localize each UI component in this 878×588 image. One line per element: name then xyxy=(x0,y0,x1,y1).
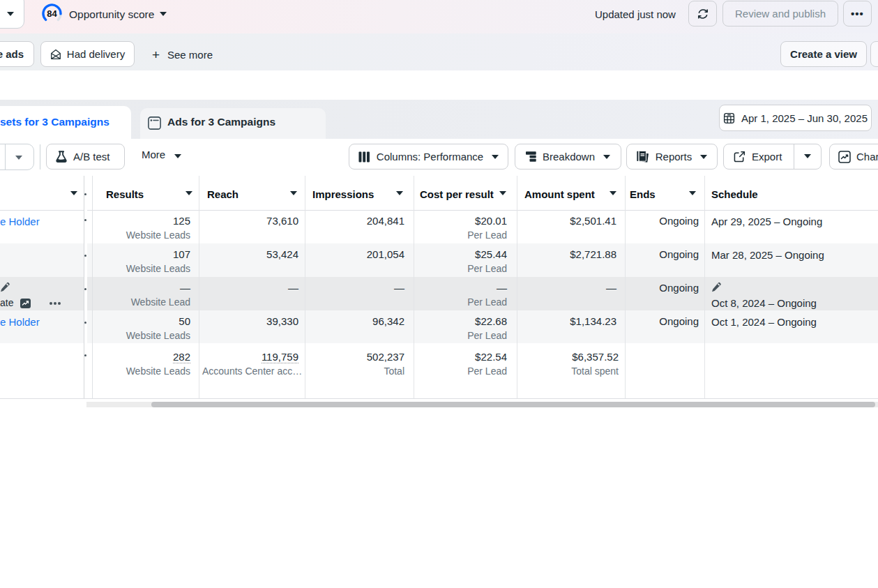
svg-text:84: 84 xyxy=(47,8,57,19)
